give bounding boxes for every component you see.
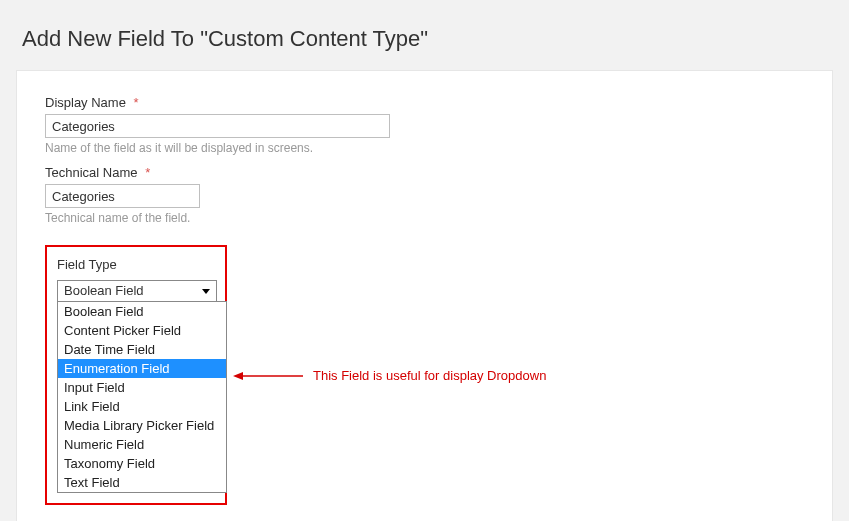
field-type-option[interactable]: Media Library Picker Field: [58, 416, 226, 435]
svg-marker-1: [233, 372, 243, 380]
arrow-icon: [233, 370, 303, 382]
display-name-input[interactable]: [45, 114, 390, 138]
required-marker: *: [134, 95, 139, 110]
field-type-option[interactable]: Numeric Field: [58, 435, 226, 454]
field-type-option[interactable]: Input Field: [58, 378, 226, 397]
annotation: This Field is useful for display Dropdow…: [233, 368, 546, 383]
field-type-option[interactable]: Taxonomy Field: [58, 454, 226, 473]
field-type-select[interactable]: Boolean Field Boolean FieldContent Picke…: [57, 280, 217, 493]
field-type-dropdown[interactable]: Boolean FieldContent Picker FieldDate Ti…: [57, 301, 227, 493]
technical-name-label: Technical Name *: [45, 165, 150, 180]
display-name-label-text: Display Name: [45, 95, 126, 110]
field-type-option[interactable]: Link Field: [58, 397, 226, 416]
field-type-option[interactable]: Enumeration Field: [58, 359, 226, 378]
display-name-group: Display Name * Name of the field as it w…: [45, 93, 804, 155]
technical-name-label-text: Technical Name: [45, 165, 138, 180]
field-type-option[interactable]: Boolean Field: [58, 302, 226, 321]
technical-name-help: Technical name of the field.: [45, 211, 804, 225]
field-type-selected-value[interactable]: Boolean Field: [57, 280, 217, 302]
display-name-help: Name of the field as it will be displaye…: [45, 141, 804, 155]
technical-name-input[interactable]: [45, 184, 200, 208]
field-type-option[interactable]: Date Time Field: [58, 340, 226, 359]
field-type-label: Field Type: [57, 257, 117, 272]
annotation-text: This Field is useful for display Dropdow…: [313, 368, 546, 383]
form-card: Display Name * Name of the field as it w…: [16, 70, 833, 521]
field-type-option[interactable]: Text Field: [58, 473, 226, 492]
display-name-label: Display Name *: [45, 95, 139, 110]
technical-name-group: Technical Name * Technical name of the f…: [45, 163, 804, 225]
field-type-option[interactable]: Content Picker Field: [58, 321, 226, 340]
required-marker: *: [145, 165, 150, 180]
page-title: Add New Field To "Custom Content Type": [0, 0, 849, 70]
field-type-highlight-box: Field Type Boolean Field Boolean FieldCo…: [45, 245, 227, 505]
